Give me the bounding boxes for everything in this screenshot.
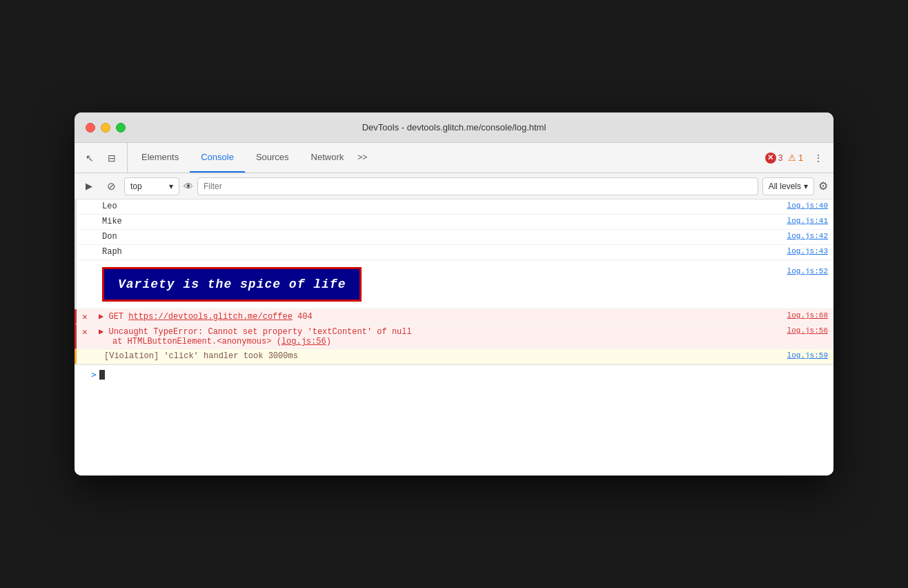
tabs-left-icons: ↖ ⊟ [80, 143, 128, 173]
console-row-source[interactable]: log.js:43 [776, 247, 828, 255]
console-row-warning: [Violation] 'click' handler took 3000ms … [75, 349, 833, 364]
cursor-icon-button[interactable]: ↖ [80, 148, 99, 168]
context-selector[interactable]: top ▾ [124, 177, 179, 195]
devtools-window: DevTools - devtools.glitch.me/console/lo… [75, 112, 833, 476]
console-row: Don log.js:42 [75, 230, 833, 245]
expand-arrow-2[interactable]: ▶ [99, 327, 108, 337]
traffic-lights [86, 123, 126, 133]
error-circle-icon: ✕ [765, 153, 776, 164]
expand-arrow[interactable]: ▶ [99, 312, 108, 322]
console-input-row: > [75, 364, 833, 384]
console-cursor [99, 370, 105, 380]
tab-network[interactable]: Network [300, 143, 355, 173]
minimize-button[interactable] [101, 123, 110, 133]
console-row-source[interactable]: log.js:41 [776, 217, 828, 225]
window-title: DevTools - devtools.glitch.me/console/lo… [362, 122, 546, 133]
tab-console[interactable]: Console [190, 143, 245, 173]
maximize-button[interactable] [116, 123, 126, 133]
console-row-source-warning[interactable]: log.js:59 [776, 351, 828, 360]
tabs-right-area: ✕ 3 ⚠ 1 ⋮ [765, 143, 828, 173]
console-output: Leo log.js:40 Mike log.js:41 Don log.js:… [75, 199, 833, 476]
console-settings-button[interactable]: ⚙ [818, 179, 828, 193]
console-row: Mike log.js:41 [75, 215, 833, 230]
console-prompt: > [91, 369, 97, 380]
console-row-styled: Variety is the spice of life log.js:52 [75, 260, 833, 309]
styled-output-text: Variety is the spice of life [118, 277, 346, 291]
console-row-content: Mike [102, 217, 776, 226]
close-button[interactable] [86, 123, 95, 133]
console-row-source[interactable]: log.js:68 [776, 311, 828, 320]
console-warning-content: [Violation] 'click' handler took 3000ms [104, 351, 776, 361]
console-row-error: ✕ ▶ GET https://devtools.glitch.me/coffe… [75, 309, 833, 324]
styled-output-container: Variety is the spice of life [102, 264, 776, 304]
console-sidebar-button[interactable]: ▶ [80, 177, 98, 195]
filter-input[interactable] [197, 177, 758, 195]
warning-badge[interactable]: ⚠ 1 [788, 153, 803, 163]
clear-console-button[interactable]: ⊘ [102, 177, 120, 195]
console-row-source[interactable]: log.js:52 [776, 267, 828, 275]
console-row-typeerror: ✕ ▶ Uncaught TypeError: Cannot set prope… [75, 324, 833, 349]
more-tabs-button[interactable]: >> [355, 143, 370, 173]
console-row: Leo log.js:40 [75, 199, 833, 215]
error-icon: ✕ [82, 311, 88, 322]
tabs-bar: ↖ ⊟ Elements Console Sources Network >> … [75, 143, 833, 173]
tab-sources[interactable]: Sources [245, 143, 300, 173]
device-icon-button[interactable]: ⊟ [102, 148, 121, 168]
log-levels-selector[interactable]: All levels ▾ [762, 177, 814, 195]
console-row-source-2[interactable]: log.js:56 [776, 326, 828, 335]
console-row-source[interactable]: log.js:40 [776, 202, 828, 210]
console-error-content: ▶ GET https://devtools.glitch.me/coffee … [85, 311, 776, 322]
console-toolbar: ▶ ⊘ top ▾ 👁 All levels ▾ ⚙ [75, 173, 833, 199]
warning-triangle-icon: ⚠ [788, 153, 796, 163]
styled-output-box: Variety is the spice of life [102, 267, 362, 302]
error-url-link[interactable]: https://devtools.glitch.me/coffee [128, 312, 293, 322]
console-row-content: Raph [102, 247, 776, 257]
console-row-content: Leo [102, 202, 776, 211]
error-badge[interactable]: ✕ 3 [765, 153, 783, 164]
live-expressions-button[interactable]: 👁 [184, 181, 193, 192]
error-icon-2: ✕ [82, 326, 88, 337]
tab-elements[interactable]: Elements [130, 143, 190, 173]
typeerror-source-link[interactable]: log.js:56 [282, 337, 326, 346]
title-bar: DevTools - devtools.glitch.me/console/lo… [75, 112, 833, 143]
console-row-content: Don [102, 232, 776, 242]
console-row-source[interactable]: log.js:42 [776, 232, 828, 240]
devtools-menu-button[interactable]: ⋮ [809, 148, 828, 168]
console-typeerror-content: ▶ Uncaught TypeError: Cannot set propert… [85, 326, 776, 346]
console-row: Raph log.js:43 [75, 245, 833, 260]
